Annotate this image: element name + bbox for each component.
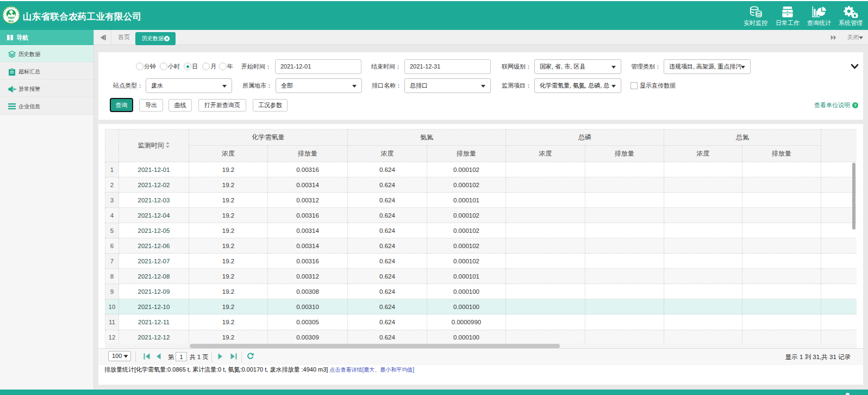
svg-text:MEE: MEE [9,20,14,23]
